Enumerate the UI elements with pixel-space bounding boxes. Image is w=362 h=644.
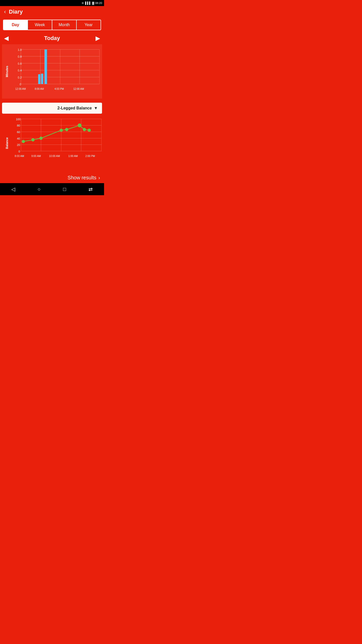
balance-y-label: Balance <box>5 137 9 149</box>
dropdown-arrow-icon: ▼ <box>94 106 98 110</box>
svg-text:0.8: 0.8 <box>18 55 22 58</box>
prev-period-button[interactable]: ◀ <box>4 35 9 42</box>
svg-point-41 <box>22 140 25 143</box>
tab-day[interactable]: Day <box>4 20 28 30</box>
svg-text:0.6: 0.6 <box>18 62 22 65</box>
balance-chart-container: Balance 100 80 60 40 20 0 <box>2 116 102 170</box>
bottom-nav-bar: ◁ ○ □ ⇄ <box>0 183 104 195</box>
svg-text:1.0: 1.0 <box>18 48 22 51</box>
period-title: Today <box>44 35 60 42</box>
nav-back-button[interactable]: ◁ <box>11 186 15 192</box>
svg-point-48 <box>87 129 91 132</box>
svg-text:0.4: 0.4 <box>18 69 22 72</box>
show-results-label: Show results <box>68 175 97 181</box>
svg-point-43 <box>39 137 43 140</box>
svg-point-42 <box>31 138 35 141</box>
svg-text:8:00 AM: 8:00 AM <box>35 88 44 90</box>
period-nav: ◀ Today ▶ <box>0 32 104 44</box>
minutes-chart-container: Minutes 1.0 0.8 0.6 0.4 0.2 0 <box>2 44 102 99</box>
svg-rect-19 <box>44 50 47 84</box>
back-button[interactable]: ‹ <box>4 9 6 15</box>
tab-bar: Day Week Month Year <box>3 20 101 30</box>
bluetooth-icon: ⭘ <box>81 2 84 5</box>
minutes-chart-svg: 1.0 0.8 0.6 0.4 0.2 0 <box>12 46 100 97</box>
minutes-y-label: Minutes <box>5 66 9 77</box>
tab-year[interactable]: Year <box>77 20 101 30</box>
svg-text:1:00 AM: 1:00 AM <box>68 155 78 157</box>
svg-text:4:00 PM: 4:00 PM <box>55 88 64 90</box>
tab-month[interactable]: Month <box>52 20 77 30</box>
svg-text:20: 20 <box>17 143 20 146</box>
svg-text:0: 0 <box>19 150 20 153</box>
status-bar: ⭘ ▌▌▌ ▓ 08:20 <box>0 0 104 6</box>
dropdown-container: 2-Legged Balance ▼ <box>2 103 102 114</box>
svg-rect-18 <box>41 74 43 84</box>
svg-text:2:00 PM: 2:00 PM <box>85 155 95 157</box>
dropdown-label: 2-Legged Balance <box>57 106 92 110</box>
svg-point-44 <box>60 129 63 132</box>
svg-text:80: 80 <box>17 124 20 127</box>
svg-rect-17 <box>38 74 40 84</box>
svg-point-46 <box>78 124 81 127</box>
time-display: 08:20 <box>95 2 102 5</box>
nav-share-button[interactable]: ⇄ <box>88 186 93 192</box>
status-icons: ⭘ ▌▌▌ ▓ 08:20 <box>81 2 102 5</box>
next-period-button[interactable]: ▶ <box>96 35 100 42</box>
header: ‹ Diary <box>0 6 104 18</box>
svg-text:0: 0 <box>20 83 21 86</box>
battery-icon: ▓ <box>92 2 94 5</box>
show-results-arrow-icon: › <box>98 175 100 181</box>
svg-text:0.2: 0.2 <box>18 76 22 79</box>
svg-text:60: 60 <box>17 131 20 134</box>
svg-text:12:00 AM: 12:00 AM <box>15 88 26 90</box>
svg-text:12:00 AM: 12:00 AM <box>73 88 84 90</box>
svg-text:10:00 AM: 10:00 AM <box>49 155 60 157</box>
exercise-type-dropdown[interactable]: 2-Legged Balance ▼ <box>2 103 102 114</box>
svg-text:100: 100 <box>16 118 21 121</box>
svg-text:8:00 AM: 8:00 AM <box>15 155 24 157</box>
nav-recent-button[interactable]: □ <box>63 186 66 192</box>
svg-text:9:00 AM: 9:00 AM <box>31 155 41 157</box>
page-title: Diary <box>9 9 23 15</box>
show-results-button[interactable]: Show results › <box>0 172 104 183</box>
svg-text:40: 40 <box>17 137 20 140</box>
balance-chart-svg: 100 80 60 40 20 0 <box>12 116 102 170</box>
svg-point-45 <box>65 128 68 131</box>
nav-home-button[interactable]: ○ <box>37 186 40 192</box>
svg-point-47 <box>83 128 86 131</box>
tab-week[interactable]: Week <box>28 20 52 30</box>
signal-icon: ▌▌▌ <box>85 2 91 5</box>
